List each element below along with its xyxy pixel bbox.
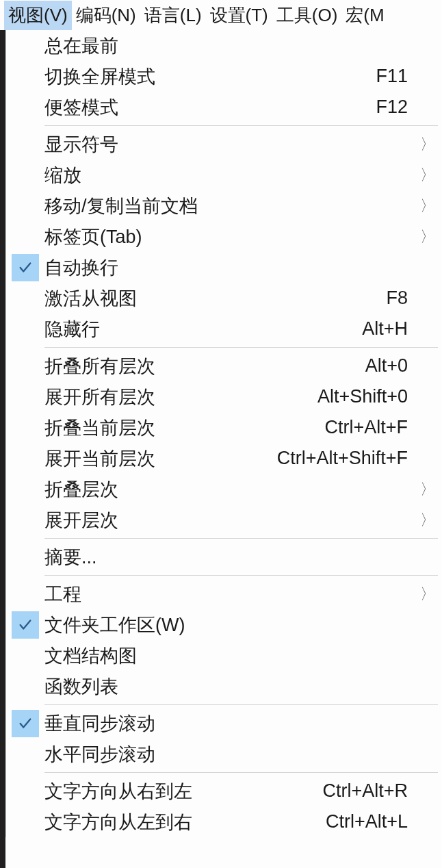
menubar-item-language[interactable]: 语言(L) xyxy=(140,1,206,30)
menu-item-function-list[interactable]: 函数列表 xyxy=(6,671,438,702)
check-icon xyxy=(18,617,33,633)
check-icon xyxy=(18,260,33,275)
menu-item-label: 折叠当前层次 xyxy=(44,416,324,440)
chevron-right-icon: 〉 xyxy=(420,479,435,500)
chevron-right-icon: 〉 xyxy=(420,510,435,531)
menu-item-doc-map[interactable]: 文档结构图 xyxy=(6,640,438,671)
menu-item-summary[interactable]: 摘要... xyxy=(6,541,438,572)
menu-item-label: 文档结构图 xyxy=(44,643,417,668)
menu-item-label: 文字方向从右到左 xyxy=(44,779,322,804)
chevron-right-icon: 〉 xyxy=(420,134,435,155)
menu-separator xyxy=(44,704,438,705)
view-menu-dropdown: 总在最前切换全屏模式F11便签模式F12显示符号〉缩放〉移动/复制当前文档〉标签… xyxy=(5,30,438,837)
menu-item-label: 函数列表 xyxy=(44,674,417,699)
menu-item-sync-v[interactable]: 垂直同步滚动 xyxy=(6,708,438,739)
menu-item-shortcut: Alt+Shift+0 xyxy=(317,386,417,407)
menu-item-shortcut: Ctrl+Alt+F xyxy=(324,417,417,438)
menu-item-zoom[interactable]: 缩放〉 xyxy=(6,159,438,190)
menu-item-label: 垂直同步滚动 xyxy=(44,711,417,736)
menu-item-collapse-current[interactable]: 折叠当前层次Ctrl+Alt+F xyxy=(6,412,438,443)
menu-item-label: 总在最前 xyxy=(44,34,417,58)
menu-item-label: 工程 xyxy=(44,582,417,607)
menu-item-label: 展开所有层次 xyxy=(44,385,317,409)
menubar-item-macro[interactable]: 宏(M xyxy=(341,1,388,30)
menu-submenu-indicator: 〉 xyxy=(417,134,438,155)
menu-item-text-rtl[interactable]: 文字方向从右到左Ctrl+Alt+R xyxy=(6,776,438,806)
menu-item-label: 切换全屏模式 xyxy=(44,64,376,89)
menu-item-shortcut: Ctrl+Alt+L xyxy=(326,811,417,832)
menu-item-label: 标签页(Tab) xyxy=(44,225,417,249)
menu-item-move-clone[interactable]: 移动/复制当前文档〉 xyxy=(6,190,438,221)
menu-item-focus-other-view[interactable]: 激活从视图F8 xyxy=(6,283,438,314)
menu-item-label: 自动换行 xyxy=(44,255,417,280)
menu-check-column xyxy=(6,611,44,639)
menu-separator xyxy=(44,125,438,126)
menu-submenu-indicator: 〉 xyxy=(417,584,438,604)
menu-item-collapse-level[interactable]: 折叠层次〉 xyxy=(6,474,438,505)
menubar-item-settings[interactable]: 设置(T) xyxy=(206,1,272,30)
menu-item-label: 移动/复制当前文档 xyxy=(44,194,417,218)
menu-item-label: 文字方向从左到右 xyxy=(44,810,326,834)
menu-item-toggle-fullscreen[interactable]: 切换全屏模式F11 xyxy=(6,61,438,92)
menu-item-label: 缩放 xyxy=(44,163,417,188)
menu-check-column xyxy=(6,710,44,737)
menu-item-label: 折叠层次 xyxy=(44,477,417,502)
menu-item-tab[interactable]: 标签页(Tab)〉 xyxy=(6,221,438,252)
menu-separator xyxy=(44,575,438,576)
menu-item-uncollapse-current[interactable]: 展开当前层次Ctrl+Alt+Shift+F xyxy=(6,443,438,474)
menu-item-label: 水平同步滚动 xyxy=(44,742,417,767)
menubar-item-tools[interactable]: 工具(O) xyxy=(272,1,342,30)
menu-submenu-indicator: 〉 xyxy=(417,165,438,186)
menu-item-shortcut: Alt+0 xyxy=(365,355,417,376)
left-edge-strip xyxy=(0,30,5,868)
menu-item-label: 激活从视图 xyxy=(44,286,386,311)
menu-separator xyxy=(44,347,438,348)
menu-item-folder-workspace[interactable]: 文件夹工作区(W) xyxy=(6,609,438,640)
menu-item-shortcut: Ctrl+Alt+R xyxy=(322,780,417,802)
menu-submenu-indicator: 〉 xyxy=(417,479,438,500)
menu-item-unfold-all[interactable]: 展开所有层次Alt+Shift+0 xyxy=(6,381,438,412)
menu-item-label: 展开层次 xyxy=(44,508,417,533)
menu-separator xyxy=(44,772,438,773)
menu-check-column xyxy=(6,254,44,281)
menu-item-shortcut: F8 xyxy=(386,288,417,309)
menu-item-uncollapse-level[interactable]: 展开层次〉 xyxy=(6,505,438,535)
menu-submenu-indicator: 〉 xyxy=(417,196,438,216)
menubar: 视图(V)编码(N)语言(L)设置(T)工具(O)宏(M xyxy=(0,0,442,30)
menu-item-label: 隐藏行 xyxy=(44,317,362,342)
menu-item-label: 便签模式 xyxy=(44,95,376,120)
menu-item-shortcut: Ctrl+Alt+Shift+F xyxy=(277,448,417,469)
menu-item-shortcut: Alt+H xyxy=(362,318,417,340)
menu-item-shortcut: F11 xyxy=(376,66,417,87)
menu-item-shortcut: F12 xyxy=(376,97,417,118)
menu-item-label: 文件夹工作区(W) xyxy=(44,613,417,637)
menu-item-post-it[interactable]: 便签模式F12 xyxy=(6,92,438,123)
menu-item-show-symbol[interactable]: 显示符号〉 xyxy=(6,129,438,159)
check-icon xyxy=(18,716,33,731)
chevron-right-icon: 〉 xyxy=(420,227,435,247)
menubar-item-view[interactable]: 视图(V) xyxy=(4,1,72,30)
menu-item-fold-all[interactable]: 折叠所有层次Alt+0 xyxy=(6,350,438,381)
menu-separator xyxy=(44,538,438,539)
menu-submenu-indicator: 〉 xyxy=(417,227,438,247)
menu-item-word-wrap[interactable]: 自动换行 xyxy=(6,252,438,283)
menu-item-label: 摘要... xyxy=(44,545,417,570)
menu-item-label: 显示符号 xyxy=(44,132,417,157)
menu-item-label: 折叠所有层次 xyxy=(44,354,365,379)
menu-item-always-on-top[interactable]: 总在最前 xyxy=(6,30,438,61)
menu-submenu-indicator: 〉 xyxy=(417,510,438,531)
menubar-item-encoding[interactable]: 编码(N) xyxy=(72,1,140,30)
chevron-right-icon: 〉 xyxy=(420,165,435,186)
chevron-right-icon: 〉 xyxy=(420,196,435,216)
menu-item-hide-lines[interactable]: 隐藏行Alt+H xyxy=(6,314,438,344)
chevron-right-icon: 〉 xyxy=(420,584,435,604)
menu-item-text-ltr[interactable]: 文字方向从左到右Ctrl+Alt+L xyxy=(6,806,438,837)
menu-item-project[interactable]: 工程〉 xyxy=(6,578,438,609)
menu-item-label: 展开当前层次 xyxy=(44,446,277,471)
menu-item-sync-h[interactable]: 水平同步滚动 xyxy=(6,739,438,769)
